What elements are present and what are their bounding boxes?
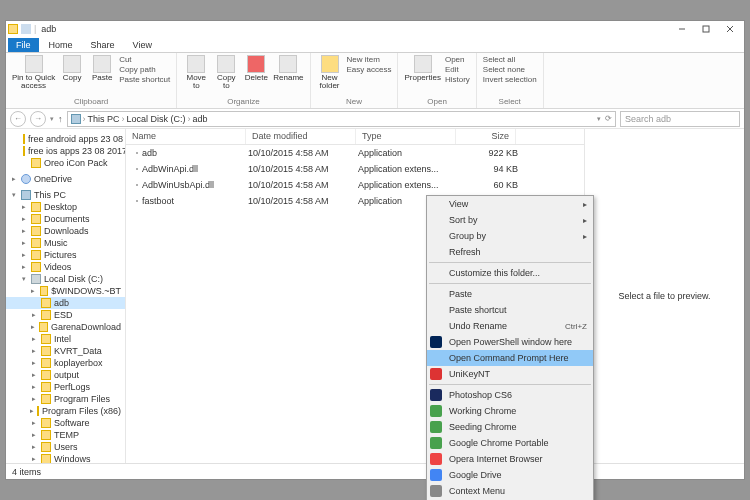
nav-item[interactable]: ▸Pictures bbox=[6, 249, 125, 261]
expand-chevron-icon[interactable]: ▸ bbox=[30, 371, 38, 379]
menu-item[interactable]: Opera Internet Browser bbox=[427, 451, 593, 467]
nav-item[interactable]: ▸Windows bbox=[6, 453, 125, 463]
menu-item[interactable]: Open Command Prompt Here bbox=[427, 350, 593, 366]
expand-chevron-icon[interactable]: ▸ bbox=[20, 215, 28, 223]
breadcrumb-segment[interactable]: adb bbox=[193, 114, 208, 124]
expand-chevron-icon[interactable]: ▸ bbox=[30, 383, 38, 391]
menu-item[interactable]: Photoshop CS6 bbox=[427, 387, 593, 403]
expand-chevron-icon[interactable]: ▸ bbox=[10, 175, 18, 183]
breadcrumb-segment[interactable]: Local Disk (C:) bbox=[127, 114, 186, 124]
nav-item[interactable]: ▸Program Files bbox=[6, 393, 125, 405]
menu-item[interactable]: Sort by▸ bbox=[427, 212, 593, 228]
menu-item[interactable]: UniKeyNT bbox=[427, 366, 593, 382]
nav-item[interactable]: ▸Intel bbox=[6, 333, 125, 345]
expand-chevron-icon[interactable]: ▸ bbox=[20, 227, 28, 235]
expand-chevron-icon[interactable]: ▸ bbox=[20, 203, 28, 211]
nav-item[interactable]: ▸Videos bbox=[6, 261, 125, 273]
expand-chevron-icon[interactable]: ▸ bbox=[30, 323, 36, 331]
nav-item[interactable]: ▸TEMP bbox=[6, 429, 125, 441]
expand-chevron-icon[interactable]: ▸ bbox=[30, 359, 38, 367]
rename-button[interactable]: Rename bbox=[273, 55, 303, 90]
new-item-button[interactable]: New item bbox=[347, 55, 392, 64]
menu-item[interactable]: Refresh bbox=[427, 244, 593, 260]
expand-chevron-icon[interactable]: ▸ bbox=[30, 287, 37, 295]
expand-chevron-icon[interactable]: ▾ bbox=[20, 275, 28, 283]
paste-shortcut-button[interactable]: Paste shortcut bbox=[119, 75, 170, 84]
minimize-button[interactable] bbox=[670, 22, 694, 36]
titlebar[interactable]: | adb bbox=[6, 21, 744, 37]
nav-item[interactable]: ▸GarenaDownload bbox=[6, 321, 125, 333]
nav-item[interactable]: ▸PerfLogs bbox=[6, 381, 125, 393]
nav-item[interactable]: ▸Music bbox=[6, 237, 125, 249]
pin-button[interactable]: Pin to Quick access bbox=[12, 55, 55, 90]
navigation-pane[interactable]: free android apps 23 08free ios apps 23 … bbox=[6, 129, 126, 463]
nav-item[interactable]: ▸Users bbox=[6, 441, 125, 453]
chevron-right-icon[interactable]: › bbox=[83, 114, 86, 124]
open-button[interactable]: Open bbox=[445, 55, 470, 64]
copy-to-button[interactable]: Copy to bbox=[213, 55, 239, 90]
expand-chevron-icon[interactable]: ▸ bbox=[30, 419, 38, 427]
nav-item[interactable]: ▸KVRT_Data bbox=[6, 345, 125, 357]
expand-chevron-icon[interactable]: ▸ bbox=[30, 311, 38, 319]
nav-item[interactable]: ▸output bbox=[6, 369, 125, 381]
select-all-button[interactable]: Select all bbox=[483, 55, 537, 64]
tab-home[interactable]: Home bbox=[41, 38, 81, 52]
menu-item[interactable]: Context Menu bbox=[427, 483, 593, 499]
copy-button[interactable]: Copy bbox=[59, 55, 85, 90]
forward-button[interactable]: → bbox=[30, 111, 46, 127]
chevron-right-icon[interactable]: › bbox=[188, 114, 191, 124]
select-none-button[interactable]: Select none bbox=[483, 65, 537, 74]
move-to-button[interactable]: Move to bbox=[183, 55, 209, 90]
tab-view[interactable]: View bbox=[125, 38, 160, 52]
menu-item[interactable]: Working Chrome bbox=[427, 403, 593, 419]
expand-chevron-icon[interactable]: ▸ bbox=[30, 443, 38, 451]
qat-save-icon[interactable] bbox=[21, 24, 31, 34]
nav-item[interactable]: ▸ESD bbox=[6, 309, 125, 321]
expand-chevron-icon[interactable]: ▸ bbox=[30, 335, 38, 343]
nav-item[interactable]: ▾Local Disk (C:) bbox=[6, 273, 125, 285]
tab-share[interactable]: Share bbox=[83, 38, 123, 52]
menu-item[interactable]: Customize this folder... bbox=[427, 265, 593, 281]
nav-item[interactable]: ▸koplayerbox bbox=[6, 357, 125, 369]
nav-item[interactable]: Oreo iCon Pack bbox=[6, 157, 125, 169]
file-row[interactable]: adb10/10/2015 4:58 AMApplication922 KB bbox=[126, 145, 584, 161]
menu-item[interactable]: Google Drive bbox=[427, 467, 593, 483]
nav-item[interactable]: free ios apps 23 08 2017 bbox=[6, 145, 125, 157]
col-name[interactable]: Name bbox=[126, 129, 246, 144]
refresh-icon[interactable]: ⟳ bbox=[605, 114, 612, 123]
nav-item[interactable]: ▸$WINDOWS.~BT bbox=[6, 285, 125, 297]
new-folder-button[interactable]: New folder bbox=[317, 55, 343, 90]
cut-button[interactable]: Cut bbox=[119, 55, 170, 64]
properties-button[interactable]: Properties bbox=[404, 55, 440, 84]
breadcrumb[interactable]: › This PC › Local Disk (C:) › adb ▾ ⟳ bbox=[67, 111, 617, 127]
edit-button[interactable]: Edit bbox=[445, 65, 470, 74]
chevron-right-icon[interactable]: › bbox=[122, 114, 125, 124]
col-type[interactable]: Type bbox=[356, 129, 456, 144]
nav-item[interactable]: adb bbox=[6, 297, 125, 309]
nav-item[interactable]: ▸Desktop bbox=[6, 201, 125, 213]
col-date[interactable]: Date modified bbox=[246, 129, 356, 144]
expand-chevron-icon[interactable]: ▸ bbox=[30, 407, 34, 415]
maximize-button[interactable] bbox=[694, 22, 718, 36]
menu-item[interactable]: Undo RenameCtrl+Z bbox=[427, 318, 593, 334]
easy-access-button[interactable]: Easy access bbox=[347, 65, 392, 74]
expand-chevron-icon[interactable]: ▾ bbox=[10, 191, 18, 199]
menu-item[interactable]: Group by▸ bbox=[427, 228, 593, 244]
file-row[interactable]: AdbWinUsbApi.dll10/10/2015 4:58 AMApplic… bbox=[126, 177, 584, 193]
copy-path-button[interactable]: Copy path bbox=[119, 65, 170, 74]
menu-item[interactable]: View▸ bbox=[427, 196, 593, 212]
nav-item[interactable]: ▸Documents bbox=[6, 213, 125, 225]
history-button[interactable]: History bbox=[445, 75, 470, 84]
expand-chevron-icon[interactable]: ▸ bbox=[30, 347, 38, 355]
tab-file[interactable]: File bbox=[8, 38, 39, 52]
nav-item[interactable]: ▸Downloads bbox=[6, 225, 125, 237]
file-row[interactable]: AdbWinApi.dll10/10/2015 4:58 AMApplicati… bbox=[126, 161, 584, 177]
expand-chevron-icon[interactable]: ▸ bbox=[30, 455, 38, 463]
expand-chevron-icon[interactable]: ▸ bbox=[20, 239, 28, 247]
up-button[interactable]: ↑ bbox=[58, 114, 63, 124]
back-button[interactable]: ← bbox=[10, 111, 26, 127]
expand-chevron-icon[interactable]: ▸ bbox=[20, 263, 28, 271]
breadcrumb-dropdown-icon[interactable]: ▾ bbox=[597, 115, 601, 123]
expand-chevron-icon[interactable]: ▸ bbox=[30, 395, 38, 403]
menu-item[interactable]: Google Chrome Portable bbox=[427, 435, 593, 451]
